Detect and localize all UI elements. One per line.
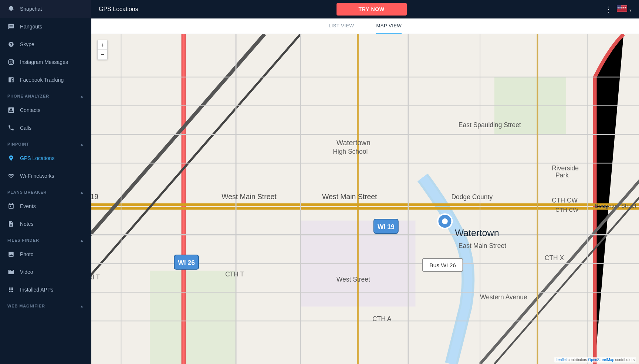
svg-text:West Street: West Street — [337, 276, 370, 283]
svg-text:Bus WI 26: Bus WI 26 — [429, 262, 456, 268]
phone-icon — [7, 124, 15, 132]
calendar-icon — [7, 203, 15, 210]
map-container: + − — [91, 34, 639, 364]
sidebar-item-label-contacts: Contacts — [20, 107, 40, 113]
svg-text:State Highway 19: State Highway 19 — [91, 193, 98, 201]
sidebar: Snapchat Hangouts Skype Instagram Messag… — [0, 0, 91, 364]
sidebar-item-contacts[interactable]: Contacts — [0, 101, 91, 119]
sidebar-item-label-facebook: Facebook Tracking — [20, 77, 64, 83]
tab-list-view[interactable]: LIST VIEW — [329, 23, 354, 34]
skype-icon — [7, 41, 15, 48]
svg-text:WI 19: WI 19 — [378, 223, 395, 231]
facebook-icon — [7, 76, 15, 84]
svg-text:CTH X: CTH X — [545, 254, 564, 262]
language-chevron: ▾ — [629, 8, 632, 13]
us-flag-icon: ★★★★★★ — [617, 5, 627, 12]
svg-text:Western Avenue: Western Avenue — [480, 293, 527, 301]
svg-text:Boughton Street: Boughton Street — [595, 203, 637, 209]
svg-rect-11 — [617, 11, 627, 11]
location-icon — [7, 154, 15, 162]
map-svg: State Highway 19 West Main Street West M… — [91, 34, 639, 364]
svg-text:High School: High School — [333, 148, 368, 155]
sidebar-item-skype[interactable]: Skype — [0, 35, 91, 53]
svg-text:Park: Park — [555, 171, 569, 179]
sidebar-item-photo[interactable]: Photo — [0, 245, 91, 263]
svg-rect-7 — [617, 9, 627, 9]
svg-text:East Spaulding Street: East Spaulding Street — [459, 121, 521, 129]
chevron-up-icon-web: ▲ — [80, 304, 84, 308]
topbar: GPS Locations TRY NOW ⋮ — [91, 0, 639, 18]
sidebar-item-label-video: Video — [20, 269, 33, 275]
sidebar-item-calls[interactable]: Calls — [0, 119, 91, 137]
instagram-icon — [7, 58, 15, 66]
sidebar-item-video[interactable]: Video — [0, 263, 91, 281]
svg-point-87 — [442, 218, 448, 224]
map-attribution: Leaflet contributors OpenStreetMap contr… — [554, 357, 636, 363]
sidebar-item-notes[interactable]: Notes — [0, 215, 91, 233]
map-zoom-out-button[interactable]: − — [98, 50, 107, 59]
svg-text:Watertown: Watertown — [337, 139, 371, 147]
sidebar-item-label-instagram: Instagram Messages — [20, 59, 68, 65]
svg-text:CTH CW: CTH CW — [552, 197, 578, 204]
svg-text:West Main Street: West Main Street — [322, 193, 377, 201]
sidebar-item-label-skype: Skype — [20, 41, 34, 47]
contacts-icon — [7, 106, 15, 114]
sidebar-item-gps[interactable]: GPS Locations — [0, 149, 91, 167]
leaflet-link[interactable]: Leaflet — [556, 358, 567, 362]
tab-map-view[interactable]: MAP VIEW — [376, 23, 402, 34]
svg-text:CTH T: CTH T — [225, 271, 244, 278]
svg-rect-21 — [150, 271, 236, 364]
svg-text:★★★★★★: ★★★★★★ — [617, 7, 627, 9]
svg-text:CTH A: CTH A — [372, 315, 392, 323]
sidebar-item-label-apps: Installed APPs — [20, 287, 53, 293]
sidebar-item-apps[interactable]: Installed APPs — [0, 281, 91, 299]
svg-text:Watertown: Watertown — [455, 228, 499, 238]
svg-rect-12 — [617, 11, 627, 12]
svg-rect-8 — [617, 9, 627, 10]
chat-icon — [7, 23, 15, 30]
svg-text:CTH CW: CTH CW — [555, 207, 578, 213]
topbar-right: ⋮ — [605, 5, 632, 14]
sidebar-item-hangouts[interactable]: Hangouts — [0, 18, 91, 35]
sidebar-item-label-notes: Notes — [20, 221, 34, 227]
map-zoom-controls: + − — [97, 40, 108, 60]
wifi-icon — [7, 172, 15, 180]
sidebar-item-wifi[interactable]: Wi-Fi networks — [0, 167, 91, 185]
sidebar-item-instagram[interactable]: Instagram Messages — [0, 53, 91, 71]
section-files-finder[interactable]: FILES FINDER ▲ — [0, 233, 91, 245]
sidebar-item-label-gps: GPS Locations — [20, 155, 54, 161]
svg-rect-9 — [617, 10, 627, 10]
osm-link[interactable]: OpenStreetMap — [588, 358, 614, 362]
photo-icon — [7, 251, 15, 258]
sidebar-item-events[interactable]: Events — [0, 197, 91, 215]
sidebar-item-label-wifi: Wi-Fi networks — [20, 173, 54, 179]
sidebar-item-label-events: Events — [20, 203, 36, 209]
chevron-up-icon-files: ▲ — [80, 238, 84, 242]
sidebar-item-facebook[interactable]: Facebook Tracking — [0, 71, 91, 89]
section-web-magnifier[interactable]: WEB MAGNIFIER ▲ — [0, 299, 91, 311]
map-zoom-in-button[interactable]: + — [98, 40, 107, 50]
chevron-up-icon: ▲ — [80, 94, 84, 98]
more-options-icon[interactable]: ⋮ — [605, 5, 612, 14]
chevron-up-icon-plans: ▲ — [80, 190, 84, 194]
grid-icon — [7, 286, 15, 293]
svg-text:Dodge County: Dodge County — [451, 193, 493, 201]
sidebar-item-label-hangouts: Hangouts — [20, 24, 42, 30]
sidebar-item-label-photo: Photo — [20, 251, 34, 257]
sidebar-item-snapchat[interactable]: Snapchat — [0, 0, 91, 18]
chevron-up-icon-pinpoint: ▲ — [80, 142, 84, 146]
sidebar-item-label-snapchat: Snapchat — [20, 6, 42, 12]
content-area: LIST VIEW MAP VIEW + − — [91, 18, 639, 364]
svg-text:East Main Street: East Main Street — [459, 242, 506, 249]
language-flag[interactable]: ★★★★★★ ▾ — [617, 5, 632, 13]
svg-text:Riverside: Riverside — [552, 164, 579, 172]
section-plans-breaker[interactable]: PLANS BREAKER ▲ — [0, 185, 91, 197]
tabs-bar: LIST VIEW MAP VIEW — [91, 18, 639, 34]
section-phone-analyzer[interactable]: PHONE ANALYZER ▲ — [0, 89, 91, 101]
try-now-button[interactable]: TRY NOW — [337, 3, 407, 16]
main-content: GPS Locations TRY NOW ⋮ — [91, 0, 639, 364]
svg-rect-10 — [617, 10, 627, 11]
sidebar-item-label-calls: Calls — [20, 125, 31, 131]
video-icon — [7, 268, 15, 276]
section-pinpoint[interactable]: PINPOINT ▲ — [0, 137, 91, 149]
